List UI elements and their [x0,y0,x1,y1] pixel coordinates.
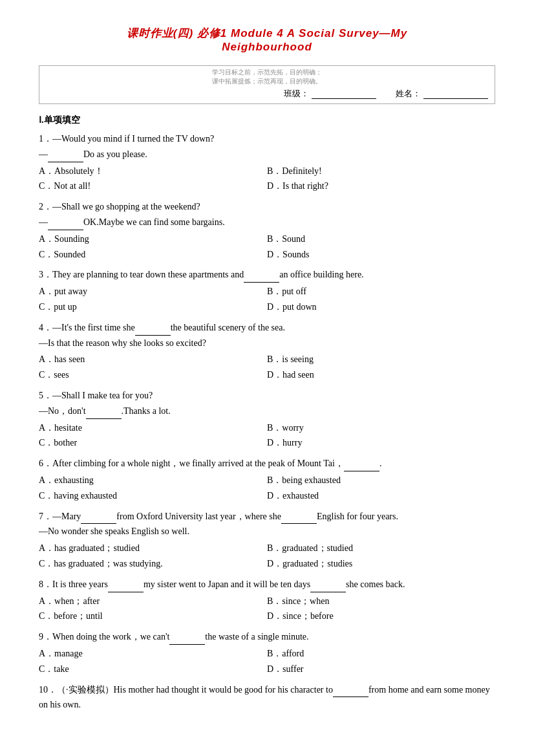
question-2-options: A．SoundingB．SoundC．SoundedD．Sounds [39,232,495,263]
option-5-D: D．hurry [267,435,495,451]
question-5-options: A．hesitateB．worryC．botherD．hurry [39,420,495,451]
question-2: 2．—Shall we go shopping at the weekend?—… [39,199,495,262]
option-7-B: B．graduated；studied [267,541,495,556]
option-1-A: A．Absolutely！ [39,164,267,179]
question-3-options: A．put awayB．put offC．put upD．put down [39,284,495,315]
section1-header: Ⅰ.单项填空 [39,114,495,126]
option-9-D: D．suffer [267,662,495,677]
option-2-D: D．Sounds [267,247,495,263]
title-line2: Neighbourhood [39,41,495,54]
option-2-A: A．Sounding [39,232,267,247]
question-6-options: A．exhaustingB．being exhaustedC．having ex… [39,473,495,504]
option-8-D: D．since；before [267,609,495,624]
question-10: 10．（·实验模拟）His mother had thought it woul… [39,682,495,713]
question-6-text: 6．After climbing for a whole night，we fi… [39,456,495,471]
question-1-sub: —Do as you please. [39,147,495,162]
option-3-D: D．put down [267,299,495,315]
title-line1: 课时作业(四) 必修1 Module 4 A Social Survey—My [39,26,495,41]
question-3: 3．They are planning to tear down these a… [39,267,495,314]
question-1: 1．—Would you mind if I turned the TV dow… [39,131,495,194]
option-4-D: D．had seen [267,367,495,383]
option-1-B: B．Definitely! [267,164,495,179]
questions-container: 1．—Would you mind if I turned the TV dow… [39,131,495,713]
question-8-options: A．when；afterB．since；whenC．before；untilD．… [39,594,495,625]
option-3-C: C．put up [39,299,267,315]
option-6-D: D．exhausted [267,488,495,504]
question-4-options: A．has seenB．is seeingC．seesD．had seen [39,352,495,383]
question-4: 4．—It's the first time shethe beautiful … [39,320,495,383]
question-5-text: 5．—Shall I make tea for you? [39,388,495,404]
question-5: 5．—Shall I make tea for you?—No，don't.Th… [39,388,495,451]
option-6-B: B．being exhausted [267,473,495,488]
question-1-text: 1．—Would you mind if I turned the TV dow… [39,131,495,147]
option-9-C: C．take [39,662,267,677]
question-7: 7．—Maryfrom Oxford University last year，… [39,509,495,572]
question-5-sub: —No，don't.Thanks a lot. [39,404,495,419]
option-2-B: B．Sound [267,232,495,247]
option-8-C: C．before；until [39,609,267,624]
option-5-A: A．hesitate [39,420,267,436]
option-4-B: B．is seeing [267,352,495,367]
question-9-text: 9．When doing the work，we can'tthe waste … [39,629,495,645]
option-7-D: D．graduated；studies [267,556,495,572]
question-1-options: A．Absolutely！B．Definitely!C．Not at all!D… [39,164,495,195]
option-8-A: A．when；after [39,594,267,609]
option-3-B: B．put off [267,284,495,299]
option-4-C: C．sees [39,367,267,383]
question-7-options: A．has graduated；studiedB．graduated；studi… [39,541,495,572]
option-7-C: C．has graduated；was studying. [39,556,267,572]
option-9-A: A．manage [39,646,267,662]
question-6: 6．After climbing for a whole night，we fi… [39,456,495,503]
option-3-A: A．put away [39,284,267,299]
watermark: 学习目标之前，示范先拓，目的明确；课中拓展提炼；示范再现，目的明确。 [212,68,322,86]
option-6-C: C．having exhausted [39,488,267,504]
question-8-text: 8．It is three yearsmy sister went to Jap… [39,577,495,592]
option-4-A: A．has seen [39,352,267,367]
option-7-A: A．has graduated；studied [39,541,267,556]
question-2-sub: —OK.Maybe we can find some bargains. [39,215,495,230]
title-section: 课时作业(四) 必修1 Module 4 A Social Survey—My … [39,26,495,54]
info-box: 学习目标之前，示范先拓，目的明确；课中拓展提炼；示范再现，目的明确。 班级： 姓… [39,65,495,104]
option-1-D: D．Is that right? [267,178,495,194]
question-2-text: 2．—Shall we go shopping at the weekend? [39,199,495,215]
option-8-B: B．since；when [267,594,495,609]
option-9-B: B．afford [267,646,495,662]
option-2-C: C．Sounded [39,247,267,263]
question-7-text: 7．—Maryfrom Oxford University last year，… [39,509,495,524]
option-5-C: C．bother [39,435,267,451]
question-4-sub: —Is that the reason why she looks so exc… [39,336,495,351]
question-7-sub: —No wonder she speaks English so well. [39,524,495,539]
option-1-C: C．Not at all! [39,178,267,194]
question-9-options: A．manageB．affordC．takeD．suffer [39,646,495,677]
question-3-text: 3．They are planning to tear down these a… [39,267,495,283]
name-field: 姓名： [396,88,488,100]
option-5-B: B．worry [267,420,495,436]
question-8: 8．It is three yearsmy sister went to Jap… [39,577,495,624]
question-10-text: 10．（·实验模拟）His mother had thought it woul… [39,682,495,713]
question-9: 9．When doing the work，we can'tthe waste … [39,629,495,676]
option-6-A: A．exhausting [39,473,267,488]
question-4-text: 4．—It's the first time shethe beautiful … [39,320,495,336]
class-field: 班级： [284,88,376,100]
